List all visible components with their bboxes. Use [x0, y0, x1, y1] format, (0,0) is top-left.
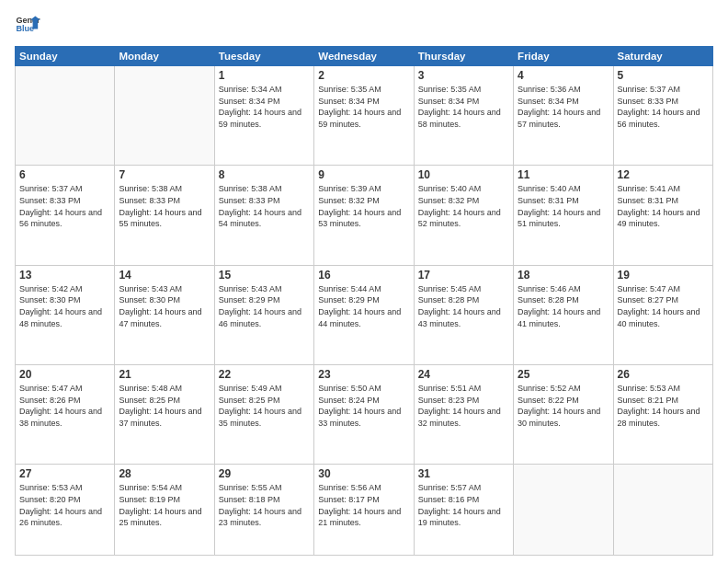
- calendar-cell: 23Sunrise: 5:50 AM Sunset: 8:24 PM Dayli…: [314, 365, 414, 465]
- calendar-cell: 3Sunrise: 5:35 AM Sunset: 8:34 PM Daylig…: [414, 66, 513, 166]
- day-info: Sunrise: 5:39 AM Sunset: 8:32 PM Dayligh…: [318, 183, 409, 229]
- page: General Blue SundayMondayTuesdayWednesda…: [0, 0, 728, 563]
- day-number: 16: [318, 269, 409, 282]
- calendar-cell: 2Sunrise: 5:35 AM Sunset: 8:34 PM Daylig…: [314, 66, 414, 166]
- day-info: Sunrise: 5:35 AM Sunset: 8:34 PM Dayligh…: [318, 84, 409, 130]
- day-info: Sunrise: 5:49 AM Sunset: 8:25 PM Dayligh…: [219, 383, 310, 429]
- day-info: Sunrise: 5:54 AM Sunset: 8:19 PM Dayligh…: [119, 482, 210, 528]
- day-info: Sunrise: 5:40 AM Sunset: 8:31 PM Dayligh…: [518, 183, 609, 229]
- day-info: Sunrise: 5:40 AM Sunset: 8:32 PM Dayligh…: [418, 183, 509, 229]
- calendar-cell: 5Sunrise: 5:37 AM Sunset: 8:33 PM Daylig…: [613, 66, 712, 166]
- day-number: 17: [418, 269, 509, 282]
- calendar-week-2: 6Sunrise: 5:37 AM Sunset: 8:33 PM Daylig…: [16, 166, 713, 265]
- calendar-cell: [16, 66, 115, 166]
- day-number: 10: [418, 168, 509, 181]
- calendar-cell: 28Sunrise: 5:54 AM Sunset: 8:19 PM Dayli…: [115, 465, 214, 556]
- calendar-cell: 10Sunrise: 5:40 AM Sunset: 8:32 PM Dayli…: [414, 166, 513, 265]
- day-info: Sunrise: 5:35 AM Sunset: 8:34 PM Dayligh…: [418, 84, 509, 130]
- day-number: 15: [219, 269, 310, 282]
- day-number: 1: [219, 69, 310, 82]
- calendar-week-3: 13Sunrise: 5:42 AM Sunset: 8:30 PM Dayli…: [16, 265, 713, 364]
- logo: General Blue: [15, 11, 40, 37]
- calendar-header-monday: Monday: [115, 47, 214, 66]
- day-number: 28: [119, 467, 210, 480]
- day-info: Sunrise: 5:56 AM Sunset: 8:17 PM Dayligh…: [318, 482, 409, 528]
- day-number: 19: [618, 269, 709, 282]
- day-info: Sunrise: 5:44 AM Sunset: 8:29 PM Dayligh…: [318, 283, 409, 329]
- calendar-header-friday: Friday: [514, 47, 613, 66]
- calendar-cell: 11Sunrise: 5:40 AM Sunset: 8:31 PM Dayli…: [514, 166, 613, 265]
- calendar-cell: 16Sunrise: 5:44 AM Sunset: 8:29 PM Dayli…: [314, 265, 414, 364]
- calendar-cell: 21Sunrise: 5:48 AM Sunset: 8:25 PM Dayli…: [115, 365, 214, 465]
- day-number: 30: [318, 467, 409, 480]
- day-info: Sunrise: 5:42 AM Sunset: 8:30 PM Dayligh…: [19, 283, 110, 329]
- day-info: Sunrise: 5:48 AM Sunset: 8:25 PM Dayligh…: [119, 383, 210, 429]
- calendar-cell: [115, 66, 214, 166]
- svg-text:Blue: Blue: [16, 24, 34, 33]
- calendar-cell: 31Sunrise: 5:57 AM Sunset: 8:16 PM Dayli…: [414, 465, 513, 556]
- day-number: 31: [418, 467, 509, 480]
- day-info: Sunrise: 5:47 AM Sunset: 8:27 PM Dayligh…: [618, 283, 709, 329]
- day-number: 23: [318, 368, 409, 381]
- calendar-cell: 25Sunrise: 5:52 AM Sunset: 8:22 PM Dayli…: [514, 365, 613, 465]
- calendar-cell: 22Sunrise: 5:49 AM Sunset: 8:25 PM Dayli…: [214, 365, 313, 465]
- day-number: 12: [618, 168, 709, 181]
- day-number: 14: [119, 269, 210, 282]
- calendar-week-5: 27Sunrise: 5:53 AM Sunset: 8:20 PM Dayli…: [16, 465, 713, 556]
- day-info: Sunrise: 5:37 AM Sunset: 8:33 PM Dayligh…: [19, 183, 110, 229]
- calendar-cell: 15Sunrise: 5:43 AM Sunset: 8:29 PM Dayli…: [214, 265, 313, 364]
- calendar-header-saturday: Saturday: [613, 47, 712, 66]
- day-number: 2: [318, 69, 409, 82]
- header: General Blue: [15, 11, 713, 37]
- calendar-header-row: SundayMondayTuesdayWednesdayThursdayFrid…: [16, 47, 713, 66]
- calendar-week-1: 1Sunrise: 5:34 AM Sunset: 8:34 PM Daylig…: [16, 66, 713, 166]
- calendar-header-thursday: Thursday: [414, 47, 513, 66]
- calendar-cell: 14Sunrise: 5:43 AM Sunset: 8:30 PM Dayli…: [115, 265, 214, 364]
- day-info: Sunrise: 5:45 AM Sunset: 8:28 PM Dayligh…: [418, 283, 509, 329]
- day-number: 27: [19, 467, 110, 480]
- calendar-cell: 20Sunrise: 5:47 AM Sunset: 8:26 PM Dayli…: [16, 365, 115, 465]
- calendar-header-sunday: Sunday: [16, 47, 115, 66]
- logo-icon: General Blue: [15, 11, 40, 37]
- calendar-cell: 26Sunrise: 5:53 AM Sunset: 8:21 PM Dayli…: [613, 365, 712, 465]
- day-info: Sunrise: 5:46 AM Sunset: 8:28 PM Dayligh…: [518, 283, 609, 329]
- day-number: 22: [219, 368, 310, 381]
- calendar-cell: 7Sunrise: 5:38 AM Sunset: 8:33 PM Daylig…: [115, 166, 214, 265]
- calendar-cell: 12Sunrise: 5:41 AM Sunset: 8:31 PM Dayli…: [613, 166, 712, 265]
- day-number: 20: [19, 368, 110, 381]
- day-info: Sunrise: 5:52 AM Sunset: 8:22 PM Dayligh…: [518, 383, 609, 429]
- calendar-cell: 29Sunrise: 5:55 AM Sunset: 8:18 PM Dayli…: [214, 465, 313, 556]
- day-info: Sunrise: 5:47 AM Sunset: 8:26 PM Dayligh…: [19, 383, 110, 429]
- calendar-cell: 27Sunrise: 5:53 AM Sunset: 8:20 PM Dayli…: [16, 465, 115, 556]
- day-number: 5: [618, 69, 709, 82]
- calendar-cell: [514, 465, 613, 556]
- day-number: 11: [518, 168, 609, 181]
- day-number: 3: [418, 69, 509, 82]
- calendar-week-4: 20Sunrise: 5:47 AM Sunset: 8:26 PM Dayli…: [16, 365, 713, 465]
- day-info: Sunrise: 5:43 AM Sunset: 8:29 PM Dayligh…: [219, 283, 310, 329]
- day-number: 25: [518, 368, 609, 381]
- day-info: Sunrise: 5:36 AM Sunset: 8:34 PM Dayligh…: [518, 84, 609, 130]
- calendar-cell: 6Sunrise: 5:37 AM Sunset: 8:33 PM Daylig…: [16, 166, 115, 265]
- day-number: 13: [19, 269, 110, 282]
- calendar: SundayMondayTuesdayWednesdayThursdayFrid…: [15, 46, 713, 556]
- day-number: 9: [318, 168, 409, 181]
- calendar-cell: 8Sunrise: 5:38 AM Sunset: 8:33 PM Daylig…: [214, 166, 313, 265]
- day-info: Sunrise: 5:41 AM Sunset: 8:31 PM Dayligh…: [618, 183, 709, 229]
- day-number: 7: [119, 168, 210, 181]
- day-number: 26: [618, 368, 709, 381]
- day-number: 18: [518, 269, 609, 282]
- day-number: 4: [518, 69, 609, 82]
- day-number: 6: [19, 168, 110, 181]
- day-info: Sunrise: 5:38 AM Sunset: 8:33 PM Dayligh…: [219, 183, 310, 229]
- calendar-cell: 1Sunrise: 5:34 AM Sunset: 8:34 PM Daylig…: [214, 66, 313, 166]
- day-info: Sunrise: 5:55 AM Sunset: 8:18 PM Dayligh…: [219, 482, 310, 528]
- calendar-cell: 9Sunrise: 5:39 AM Sunset: 8:32 PM Daylig…: [314, 166, 414, 265]
- calendar-header-tuesday: Tuesday: [214, 47, 313, 66]
- day-info: Sunrise: 5:43 AM Sunset: 8:30 PM Dayligh…: [119, 283, 210, 329]
- day-number: 21: [119, 368, 210, 381]
- day-number: 8: [219, 168, 310, 181]
- day-number: 29: [219, 467, 310, 480]
- calendar-cell: 4Sunrise: 5:36 AM Sunset: 8:34 PM Daylig…: [514, 66, 613, 166]
- day-info: Sunrise: 5:53 AM Sunset: 8:20 PM Dayligh…: [19, 482, 110, 528]
